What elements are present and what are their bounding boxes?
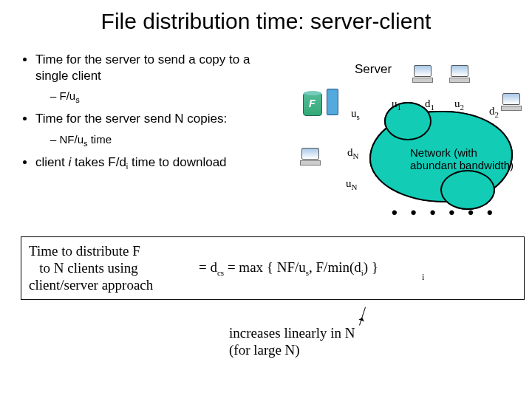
footnote: increases linearly in N (for large N) — [229, 325, 355, 359]
formula-rhs: = dcs = max { NF/us, F/min(di) } — [199, 259, 378, 278]
line: (for large N) — [229, 342, 300, 358]
eq: = max { NF/u — [224, 259, 306, 275]
server-icon — [327, 89, 338, 115]
label-us: us — [351, 107, 360, 121]
label-u2: u2 — [454, 98, 464, 112]
text: F/u — [60, 89, 76, 102]
label-u1: u1 — [392, 98, 401, 112]
dots-ellipsis: • • • • • • — [392, 203, 497, 222]
line: abundant bandwidth) — [410, 159, 514, 171]
eq: ) } — [364, 259, 378, 275]
line: to N clients using — [29, 260, 138, 276]
formula-lhs: Time to distribute F to N clients using … — [29, 243, 199, 293]
client-bottom-left — [301, 148, 321, 164]
network-text: Network (with abundant bandwidth) — [410, 146, 514, 172]
formula-box: Time to distribute F to N clients using … — [21, 236, 525, 300]
page-title: File distribution time: server-client — [0, 0, 532, 34]
label-d2: d2 — [489, 105, 499, 119]
file-label: F — [309, 98, 316, 109]
server-computer-1 — [414, 65, 433, 81]
bullet-list: Time for the server to send a copy to a … — [22, 52, 266, 177]
bullet-2: Time for the server send N copies: — [35, 111, 266, 127]
text: time — [88, 133, 112, 146]
subscript: s — [75, 95, 80, 104]
label-d1: d1 — [425, 98, 434, 112]
server-computer-2 — [451, 65, 470, 81]
eq: , F/min(d — [309, 259, 361, 275]
text: takes F/d — [71, 155, 126, 169]
text: NF/u — [60, 133, 84, 146]
line: increases linearly in N — [229, 325, 355, 341]
line: client/server approach — [29, 277, 153, 293]
bullet-2a: NF/us time — [50, 132, 266, 149]
text: client — [35, 155, 68, 169]
bullet-1a: F/us — [50, 89, 266, 105]
line: Network (with — [410, 146, 477, 159]
server-label: Server — [355, 62, 392, 77]
label-dn: dN — [347, 146, 358, 160]
eq: = d — [199, 259, 217, 275]
label-un: uN — [346, 177, 357, 191]
subscript: cs — [217, 268, 224, 277]
bullet-1: Time for the server to send a copy to a … — [35, 52, 266, 84]
arrow-icon — [359, 307, 366, 325]
line: Time to distribute F — [29, 243, 140, 259]
client-far-right — [502, 93, 522, 109]
network-diagram: Server F Network (with abundant bandwidt… — [281, 59, 525, 222]
min-subscript-i: i — [422, 272, 424, 283]
text: time to download — [128, 155, 226, 169]
bullet-3: client i takes F/di time to download — [35, 154, 266, 172]
